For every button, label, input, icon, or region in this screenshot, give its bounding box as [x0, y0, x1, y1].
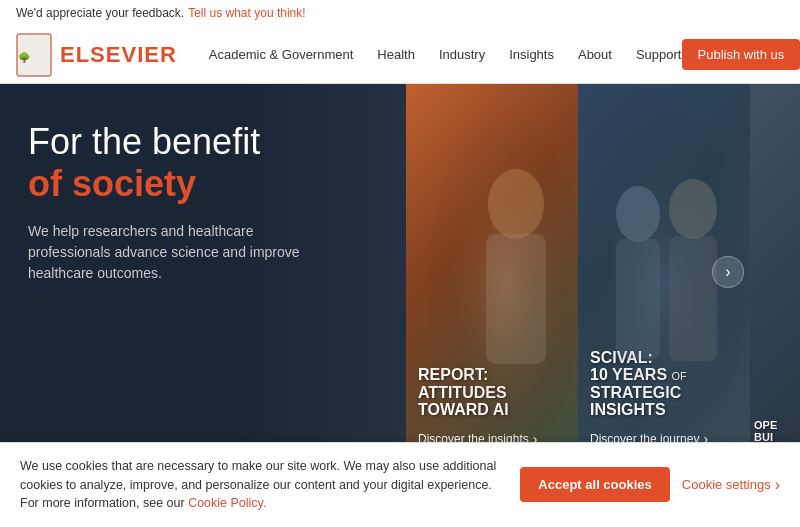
hero-section: For the benefit of society We help resea… — [0, 84, 800, 459]
header: 🌳 ELSEVIER Academic & Government Health … — [0, 26, 800, 84]
svg-point-16 — [669, 179, 717, 239]
card-person-image-1 — [406, 84, 578, 459]
nav-industry[interactable]: Industry — [439, 47, 485, 62]
cookie-settings-button[interactable]: Cookie settings — [682, 476, 780, 494]
hero-text-block: For the benefit of society We help resea… — [28, 120, 328, 284]
svg-rect-17 — [669, 236, 717, 361]
accept-cookies-button[interactable]: Accept all cookies — [520, 467, 669, 502]
nav-health[interactable]: Health — [377, 47, 415, 62]
main-nav: Academic & Government Health Industry In… — [209, 47, 682, 62]
cookie-policy-link[interactable]: Cookie Policy. — [188, 496, 266, 510]
feedback-link[interactable]: Tell us what you think! — [188, 6, 305, 20]
svg-text:🌳: 🌳 — [18, 51, 31, 64]
cookie-actions: Accept all cookies Cookie settings — [520, 467, 780, 502]
nav-support[interactable]: Support — [636, 47, 682, 62]
nav-insights[interactable]: Insights — [509, 47, 554, 62]
cookie-text: We use cookies that are necessary to mak… — [20, 457, 504, 513]
card-partial[interactable]: OPEBUISUS — [750, 84, 800, 459]
publish-with-us-button[interactable]: Publish with us — [682, 39, 801, 70]
svg-rect-15 — [616, 239, 660, 359]
card-attitudes-ai[interactable]: REPORT:ATTITUDESTOWARD AI Discover the i… — [406, 84, 578, 459]
svg-point-11 — [488, 169, 544, 239]
svg-point-14 — [616, 186, 660, 242]
feedback-bar: We'd appreciate your feedback. Tell us w… — [0, 0, 800, 26]
nav-right: Publish with us — [682, 39, 801, 70]
feedback-text: We'd appreciate your feedback. — [16, 6, 184, 20]
cookie-banner: We use cookies that are necessary to mak… — [0, 442, 800, 527]
logo-area: 🌳 ELSEVIER — [16, 33, 177, 77]
elsevier-logo-icon: 🌳 — [16, 33, 52, 77]
svg-rect-12 — [486, 234, 546, 364]
nav-about[interactable]: About — [578, 47, 612, 62]
hero-title-main: For the benefit — [28, 120, 328, 163]
carousel-next-button[interactable]: › — [712, 256, 744, 288]
logo-text[interactable]: ELSEVIER — [60, 42, 177, 68]
hero-subtitle: We help researchers and healthcare profe… — [28, 221, 328, 284]
hero-title-accent: of society — [28, 163, 328, 205]
nav-academic[interactable]: Academic & Government — [209, 47, 354, 62]
